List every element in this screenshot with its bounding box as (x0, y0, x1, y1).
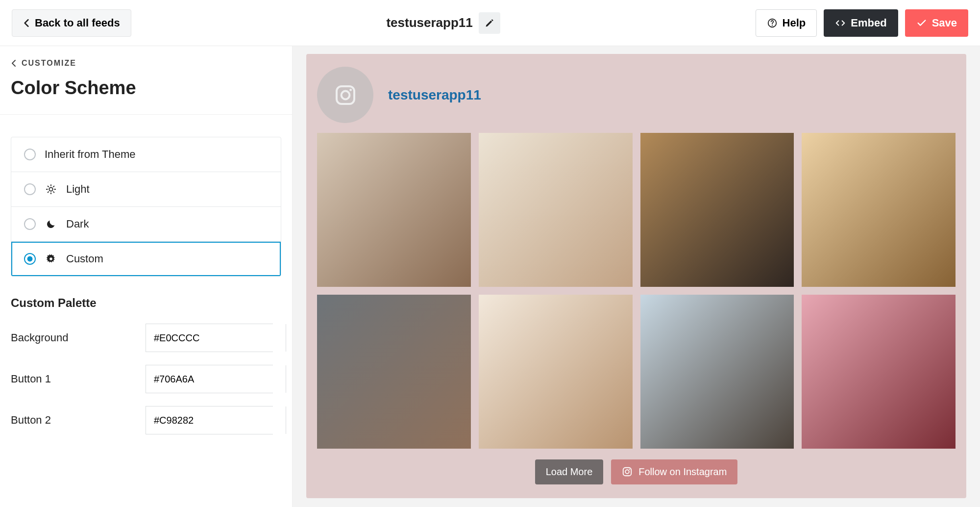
svg-point-8 (629, 469, 630, 470)
palette-label: Button 2 (11, 414, 146, 427)
option-label: Dark (66, 218, 89, 230)
save-label: Save (932, 17, 957, 29)
option-light[interactable]: Light (11, 172, 281, 206)
option-label: Light (66, 183, 90, 196)
palette-row-background: Background (11, 324, 281, 352)
option-inherit[interactable]: Inherit from Theme (11, 137, 281, 172)
radio-icon (24, 218, 36, 230)
radio-icon (24, 149, 36, 160)
button1-hex-field[interactable] (146, 365, 286, 393)
avatar (317, 67, 373, 123)
svg-point-4 (341, 91, 349, 99)
preview-area: testuserapp11 Load More (293, 46, 980, 507)
code-icon (835, 18, 846, 28)
back-to-feeds-button[interactable]: Back to all feeds (12, 9, 131, 37)
chevron-left-icon (23, 19, 30, 27)
feed-tile[interactable] (802, 133, 956, 287)
option-custom[interactable]: Custom (11, 241, 281, 276)
help-button[interactable]: Help (756, 9, 817, 37)
preview-actions: Load More Follow on Instagram (317, 459, 956, 484)
preview-grid (317, 133, 956, 449)
option-dark[interactable]: Dark (11, 206, 281, 241)
save-button[interactable]: Save (905, 9, 968, 37)
svg-rect-6 (623, 468, 632, 476)
check-icon (916, 18, 927, 28)
palette-label: Button 1 (11, 373, 146, 385)
sun-icon (45, 184, 57, 195)
instagram-icon (334, 83, 357, 107)
radio-icon (24, 183, 36, 195)
feed-tile[interactable] (640, 133, 794, 287)
edit-feed-name-button[interactable] (479, 12, 500, 34)
load-more-label: Load More (546, 466, 593, 478)
button2-color-input[interactable] (146, 406, 273, 434)
feed-tile[interactable] (317, 295, 471, 449)
feed-tile[interactable] (640, 295, 794, 449)
svg-point-2 (49, 187, 52, 191)
chevron-left-icon (11, 59, 17, 67)
palette-label: Background (11, 331, 146, 344)
background-swatch[interactable] (286, 324, 286, 352)
radio-icon (24, 253, 36, 265)
button2-hex-field[interactable] (146, 406, 286, 434)
gear-icon (45, 254, 57, 264)
follow-label: Follow on Instagram (638, 466, 727, 478)
help-icon (767, 18, 778, 28)
svg-point-5 (349, 89, 352, 91)
feed-tile[interactable] (802, 295, 956, 449)
page-title: Color Scheme (11, 77, 281, 114)
pencil-icon (485, 18, 494, 28)
feed-tile[interactable] (317, 133, 471, 287)
feed-name-block: testuserapp11 (386, 12, 500, 34)
feed-name-text: testuserapp11 (386, 15, 472, 30)
color-scheme-options: Inherit from Theme Light Dark (11, 137, 281, 277)
preview-username-link[interactable]: testuserapp11 (388, 87, 481, 103)
custom-palette-section: Custom Palette Background Button 1 Butto… (0, 277, 292, 434)
button1-color-input[interactable] (146, 365, 273, 393)
embed-button[interactable]: Embed (824, 9, 898, 37)
feed-tile[interactable] (479, 295, 633, 449)
option-label: Custom (66, 253, 103, 265)
top-bar: Back to all feeds testuserapp11 Help Emb… (0, 0, 980, 46)
feed-preview: testuserapp11 Load More (306, 54, 966, 498)
sidebar: CUSTOMIZE Color Scheme Inherit from Them… (0, 46, 293, 507)
feed-tile[interactable] (479, 133, 633, 287)
back-label: Back to all feeds (35, 17, 120, 29)
svg-rect-3 (337, 86, 354, 104)
button2-swatch[interactable] (286, 406, 286, 434)
follow-button[interactable]: Follow on Instagram (611, 459, 737, 484)
preview-header: testuserapp11 (317, 67, 956, 123)
svg-point-1 (771, 25, 772, 25)
breadcrumb-customize[interactable]: CUSTOMIZE (11, 59, 281, 68)
option-label: Inherit from Theme (45, 148, 135, 161)
moon-icon (45, 219, 57, 229)
help-label: Help (783, 17, 806, 29)
background-hex-field[interactable] (146, 324, 286, 352)
load-more-button[interactable]: Load More (535, 459, 604, 484)
instagram-icon (622, 466, 633, 477)
palette-row-button2: Button 2 (11, 406, 281, 434)
background-color-input[interactable] (146, 324, 273, 352)
palette-row-button1: Button 1 (11, 365, 281, 393)
button1-swatch[interactable] (286, 365, 286, 393)
palette-title: Custom Palette (11, 296, 281, 310)
svg-point-7 (625, 470, 629, 474)
breadcrumb-label: CUSTOMIZE (22, 59, 76, 68)
embed-label: Embed (851, 17, 886, 29)
